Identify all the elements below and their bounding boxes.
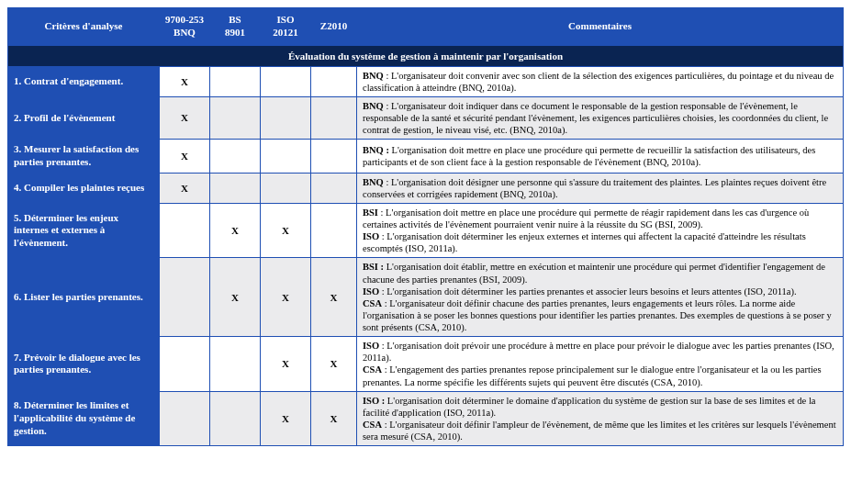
comments-cell: BNQ : L'organisation doit désigner une p… (357, 173, 844, 203)
mark-cell: X (160, 66, 210, 96)
comment-label: BNQ (363, 71, 384, 81)
mark-cell: X (210, 258, 261, 337)
criterion-cell: 7. Prévoir le dialogue avec les parties … (8, 337, 160, 392)
comments-cell: BNQ : L'organisateur doit convenir avec … (357, 66, 844, 96)
comment-label: ISO (363, 286, 379, 297)
comment-text: : L'engagement des parties prenantes rep… (363, 364, 822, 386)
mark-cell (311, 66, 357, 96)
comment-text: : L'organisation doit déterminer les enj… (363, 231, 806, 253)
col-std-z2010: Z2010 (311, 8, 357, 46)
mark-cell (311, 203, 357, 258)
criterion-cell: 3. Mesurer la satisfaction des parties p… (8, 140, 160, 174)
table-row: 1. Contrat d'engagement.XBNQ : L'organis… (8, 66, 844, 96)
comment-label: ISO (363, 341, 379, 351)
table-row: 4. Compiler les plaintes reçuesXBNQ : L'… (8, 173, 844, 203)
table-row: 6. Lister les parties prenantes.XXXBSI :… (8, 258, 844, 337)
mark-cell (160, 258, 210, 337)
mark-cell (261, 140, 311, 174)
col-std-bnq-l2: BNQ (163, 27, 206, 39)
col-std-bs-l2: 8901 (214, 27, 256, 39)
comment-label: ISO (363, 231, 379, 241)
mark-cell (210, 66, 261, 96)
mark-cell: X (160, 140, 210, 174)
col-criteria: Critères d'analyse (8, 8, 160, 46)
comment-label: CSA (363, 298, 382, 308)
col-std-bnq-l1: 9700-253 (163, 14, 206, 27)
criteria-table: Critères d'analyse 9700-253 BNQ BS 8901 … (7, 7, 844, 446)
mark-cell (311, 140, 357, 174)
comment-text: L'organisation doit déterminer le domain… (363, 396, 815, 418)
mark-cell: X (160, 173, 210, 203)
comments-cell: ISO : L'organisation doit prévoir une pr… (357, 337, 844, 392)
criterion-cell: 1. Contrat d'engagement. (8, 66, 160, 96)
col-std-bs: BS 8901 (210, 8, 261, 46)
comment-label: BSI : (363, 262, 384, 272)
section-title: Évaluation du système de gestion à maint… (8, 45, 844, 66)
comment-text: : L'organisation doit désigner une perso… (363, 177, 826, 199)
mark-cell (210, 337, 261, 392)
section-row: Évaluation du système de gestion à maint… (8, 45, 844, 66)
comment-text: : L'organisateur doit définir chacune de… (363, 298, 832, 332)
comment-label: CSA (363, 364, 382, 375)
comment-label: BNQ : (363, 145, 389, 155)
comment-text: : L'organisateur doit convenir avec son … (363, 71, 834, 93)
mark-cell (210, 173, 261, 203)
table-row: 7. Prévoir le dialogue avec les parties … (8, 337, 844, 392)
mark-cell (311, 173, 357, 203)
table-header: Critères d'analyse 9700-253 BNQ BS 8901 … (8, 8, 844, 46)
mark-cell: X (311, 337, 357, 392)
mark-cell: X (160, 96, 210, 139)
mark-cell (261, 96, 311, 139)
criterion-cell: 8. Déterminer les limites et l'applicabi… (8, 391, 160, 446)
comments-cell: BSI : L'organisation doit mettre en plac… (357, 203, 844, 258)
mark-cell: X (311, 258, 357, 337)
mark-cell (160, 203, 210, 258)
comment-text: : L'organisateur doit définir l'ampleur … (363, 420, 836, 442)
mark-cell (261, 173, 311, 203)
mark-cell (261, 66, 311, 96)
col-std-bs-l1: BS (214, 14, 256, 27)
table-row: 2. Profil de l'évènementXBNQ : L'organis… (8, 96, 844, 139)
comments-cell: BSI : L'organisation doit établir, mettr… (357, 258, 844, 337)
table-row: 8. Déterminer les limites et l'applicabi… (8, 391, 844, 446)
mark-cell: X (261, 337, 311, 392)
col-std-iso-l2: 20121 (264, 27, 307, 39)
criterion-cell: 6. Lister les parties prenantes. (8, 258, 160, 337)
table-row: 3. Mesurer la satisfaction des parties p… (8, 140, 844, 174)
comment-text: L'organisation doit mettre en place une … (363, 145, 815, 167)
comment-text: : L'organisation doit prévoir une procéd… (363, 341, 834, 363)
comment-label: BNQ (363, 101, 384, 111)
col-std-iso: ISO 20121 (261, 8, 311, 46)
mark-cell (160, 391, 210, 446)
mark-cell: X (261, 258, 311, 337)
mark-cell: X (210, 203, 261, 258)
col-std-iso-l1: ISO (264, 14, 307, 27)
mark-cell (311, 96, 357, 139)
mark-cell (160, 337, 210, 392)
comment-label: ISO : (363, 396, 385, 406)
criterion-cell: 4. Compiler les plaintes reçues (8, 173, 160, 203)
mark-cell: X (261, 391, 311, 446)
table-row: 5. Déterminer les enjeux internes et ext… (8, 203, 844, 258)
comment-text: : L'organisateur doit indiquer dans ce d… (363, 101, 828, 135)
comment-text: : L'organisation doit mettre en place un… (363, 207, 809, 230)
comments-cell: BNQ : L'organisateur doit indiquer dans … (357, 96, 844, 139)
table-body: Évaluation du système de gestion à maint… (8, 45, 844, 446)
mark-cell (210, 391, 261, 446)
criterion-cell: 5. Déterminer les enjeux internes et ext… (8, 203, 160, 258)
col-comments: Commentaires (357, 8, 844, 46)
criterion-cell: 2. Profil de l'évènement (8, 96, 160, 139)
comment-text: : L'organisation doit déterminer les par… (379, 286, 796, 297)
comments-cell: BNQ : L'organisation doit mettre en plac… (357, 140, 844, 174)
mark-cell: X (311, 391, 357, 446)
col-std-bnq: 9700-253 BNQ (160, 8, 210, 46)
mark-cell: X (261, 203, 311, 258)
mark-cell (210, 96, 261, 139)
comments-cell: ISO : L'organisation doit déterminer le … (357, 391, 844, 446)
mark-cell (210, 140, 261, 174)
comment-label: CSA (363, 420, 382, 430)
comment-text: L'organisation doit établir, mettre en e… (363, 262, 825, 284)
comment-label: BSI (363, 207, 378, 218)
comment-label: BNQ (363, 177, 384, 187)
